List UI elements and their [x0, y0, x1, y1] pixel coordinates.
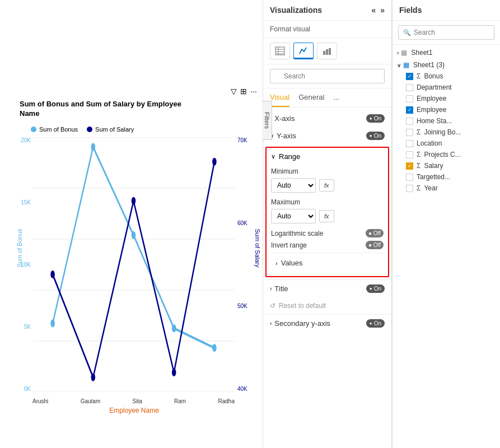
fields-panel-title: Fields: [399, 6, 422, 15]
sheet1-expand-icon: ›: [397, 50, 399, 56]
field-item-employee-2[interactable]: ✓ Employee: [392, 104, 500, 115]
field-checkbox-location: [406, 140, 413, 147]
invert-range-toggle[interactable]: ● Off: [366, 241, 384, 249]
field-sigma-year: Σ: [417, 184, 420, 192]
maximum-fx-button[interactable]: fx: [319, 210, 334, 222]
field-item-projects[interactable]: Σ Projects C...: [392, 149, 500, 160]
field-name-year: Year: [424, 184, 437, 192]
reset-row[interactable]: ↺ Reset to default: [263, 297, 391, 314]
field-item-employee-1[interactable]: Employee: [392, 93, 500, 104]
field-sigma-bonus: Σ: [417, 72, 420, 80]
secondary-chevron: ›: [270, 320, 272, 326]
field-checkbox-projects: [406, 151, 413, 158]
bookmark-icon[interactable]: ⊞: [240, 87, 247, 96]
minimum-fx-button[interactable]: fx: [319, 179, 334, 192]
viz-type-table[interactable]: [270, 43, 290, 59]
sheet1-3-table-icon: ▦: [403, 61, 409, 69]
field-name-homestate: Home Sta...: [417, 117, 452, 125]
fields-search-input[interactable]: [414, 29, 489, 36]
tab-general[interactable]: General: [298, 88, 324, 107]
title-toggle[interactable]: On: [366, 284, 385, 293]
y-axis-section: ∨ Range Minimum Auto fx Maximum: [265, 147, 389, 277]
viz-type-bar[interactable]: [317, 43, 337, 59]
viz-tabs: Visual General ...: [263, 88, 391, 108]
field-name-targetted: Targetted...: [417, 173, 450, 181]
svg-point-8: [132, 231, 136, 239]
x-axis-label-text: X-axis: [274, 114, 295, 123]
svg-point-11: [50, 270, 55, 278]
legend-dot-bonus: [31, 127, 36, 132]
field-checkbox-bonus: ✓: [406, 73, 413, 80]
secondary-y-axis-row[interactable]: › Secondary y-axis On: [263, 314, 391, 332]
fields-panel: Fields 🔍 › ▦ Sheet1 ∨: [392, 0, 500, 448]
field-name-employee-2: Employee: [417, 106, 446, 114]
viz-search-row: [263, 64, 391, 88]
viz-search-wrapper: [270, 69, 385, 83]
title-row[interactable]: › Title On: [263, 279, 391, 297]
minimum-select[interactable]: Auto: [271, 178, 316, 193]
viz-search-input[interactable]: [270, 69, 385, 83]
viz-content: › X-axis On ∨ Y-axis On: [263, 108, 391, 448]
y-axis-toggle[interactable]: On: [366, 132, 385, 140]
field-item-department[interactable]: Department: [392, 82, 500, 93]
viz-header: Visualizations « »: [263, 0, 391, 21]
svg-point-9: [172, 324, 176, 332]
reset-icon: ↺: [270, 302, 275, 310]
secondary-toggle[interactable]: On: [366, 319, 385, 328]
maximum-input-row: Auto fx: [271, 209, 384, 223]
right-panels: Visualizations « » Format visual: [263, 0, 500, 448]
field-group-sheet1-header[interactable]: › ▦ Sheet1: [392, 47, 500, 58]
tab-visual[interactable]: Visual: [270, 88, 289, 107]
logarithmic-row: Logarithmic scale ● Off: [271, 229, 384, 237]
field-sigma-projects: Σ: [417, 151, 420, 158]
viz-icons-row: [263, 38, 391, 64]
viz-type-line[interactable]: [293, 43, 314, 59]
field-checkbox-employee-1: [406, 95, 413, 102]
logarithmic-toggle[interactable]: ● Off: [366, 229, 384, 237]
viz-back-icon[interactable]: «: [371, 6, 376, 15]
maximum-label: Maximum: [271, 198, 384, 206]
filter-icon[interactable]: ▽: [231, 87, 237, 96]
maximum-select[interactable]: Auto: [271, 209, 316, 223]
field-checkbox-homestate: [406, 118, 413, 125]
invert-range-label: Invert range: [271, 241, 307, 249]
chart-svg: [32, 137, 235, 392]
range-header[interactable]: ∨ Range: [271, 152, 384, 161]
svg-point-14: [172, 368, 176, 376]
field-item-year[interactable]: Σ Year: [392, 183, 500, 194]
field-group-sheet1-3-header[interactable]: ∨ ▦ Sheet1 (3): [392, 59, 500, 71]
field-checkbox-targetted: [406, 174, 413, 181]
viz-format-row: Format visual: [263, 21, 391, 38]
chart-legend: Sum of Bonus Sum of Salary: [31, 126, 134, 133]
legend-salary: Sum of Salary: [87, 126, 134, 133]
field-name-joiningbonus: Joining Bo...: [424, 128, 461, 136]
more-icon[interactable]: ···: [250, 87, 257, 96]
x-axis-toggle[interactable]: On: [366, 114, 385, 123]
field-name-location: Location: [417, 139, 442, 147]
tab-more[interactable]: ...: [333, 88, 339, 107]
title-label: Title: [274, 284, 288, 293]
legend-label-salary: Sum of Salary: [95, 126, 134, 133]
minimum-label: Minimum: [271, 167, 384, 175]
logarithmic-label: Logarithmic scale: [271, 230, 323, 237]
y-axis-row[interactable]: ∨ Y-axis On: [263, 127, 391, 144]
values-label: Values: [281, 259, 303, 267]
x-axis-row[interactable]: › X-axis On: [263, 110, 391, 127]
svg-point-15: [212, 158, 217, 166]
fields-search-wrapper: 🔍: [392, 21, 500, 45]
filters-tab[interactable]: Filters: [262, 101, 272, 140]
field-item-targetted[interactable]: Targetted...: [392, 171, 500, 183]
values-row[interactable]: › Values: [271, 253, 384, 272]
sheet1-name: Sheet1: [411, 49, 432, 57]
field-item-location[interactable]: Location: [392, 138, 500, 149]
y-axis-right-label: Sum of Salary: [254, 228, 260, 267]
field-checkbox-employee-2: ✓: [406, 106, 413, 114]
field-item-bonus[interactable]: ✓ Σ Bonus: [392, 71, 500, 82]
field-item-joiningbonus[interactable]: Σ Joining Bo...: [392, 127, 500, 138]
field-name-salary: Salary: [424, 162, 443, 170]
range-minimum-group: Minimum Auto fx: [271, 167, 384, 193]
viz-forward-icon[interactable]: »: [380, 6, 385, 15]
field-item-homestate[interactable]: Home Sta...: [392, 115, 500, 127]
field-name-bonus: Bonus: [424, 72, 443, 80]
field-item-salary[interactable]: ✓ Σ Salary: [392, 160, 500, 171]
